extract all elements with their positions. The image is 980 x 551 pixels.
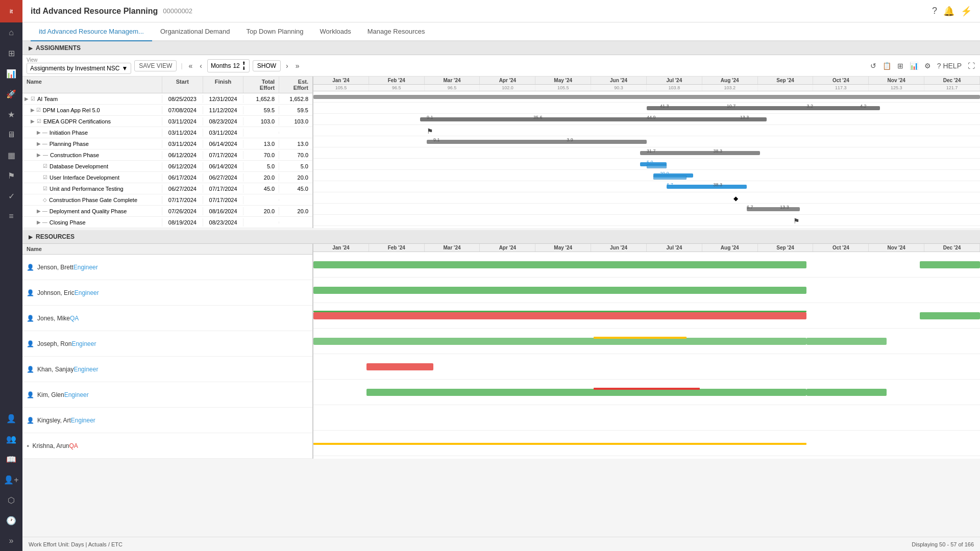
topbar: itd Advanced Resource Planning 00000002 … [22, 0, 980, 22]
nav-first[interactable]: « [187, 61, 195, 71]
resource-bar-green [313, 287, 806, 294]
resource-row: 👤 Johnson, Eric Engineer [22, 280, 312, 306]
resource-row: ● Krishna, Arun QA [22, 433, 312, 459]
gantt-bar-emea [420, 117, 767, 121]
power-icon[interactable]: ⚡ [961, 6, 972, 17]
settings-icon[interactable]: ⚙ [923, 61, 932, 71]
months-selector[interactable]: Months 12 ⬆⬇ [207, 59, 250, 72]
help-btn[interactable]: ? HELP [936, 61, 963, 71]
resource-month-header: Jan '24 Feb '24 Mar '24 Apr '24 May '24 … [313, 244, 980, 252]
assignments-toolbar: View Assignments by Investment NSC ▼ SAV… [22, 55, 980, 77]
assignments-title: ASSIGNMENTS [36, 44, 81, 52]
resource-bar-red [313, 312, 806, 319]
sidebar-group[interactable]: 👥 [0, 429, 22, 449]
nav-last[interactable]: » [293, 61, 302, 71]
show-button[interactable]: SHOW [253, 60, 281, 71]
resource-bar-row [313, 431, 980, 456]
resource-bar-row [313, 252, 980, 278]
th-start: Start [162, 77, 203, 93]
row-name: ▶ — Closing Phase [22, 218, 162, 227]
nav-next[interactable]: › [284, 61, 290, 71]
tab-top-down[interactable]: Top Down Planning [238, 22, 312, 41]
table-row: ▶ — Planning Phase 03/11/2024 06/14/2024… [22, 138, 312, 149]
resources-left-panel: Name 👤 Jenson, Brett Engineer 👤 Johnson,… [22, 244, 313, 459]
sidebar-person[interactable]: 👤 [0, 408, 22, 429]
app-logo[interactable]: it [0, 0, 22, 22]
tab-manage-resources[interactable]: Manage Resources [359, 22, 433, 41]
fullscreen-icon[interactable]: ⛶ [967, 61, 976, 71]
row-name: ☑ Database Development [22, 162, 162, 170]
resource-bar-green [313, 261, 806, 268]
footer: Work Effort Unit: Days | Actuals / ETC D… [22, 537, 980, 551]
sidebar-org[interactable]: ⬡ [0, 490, 22, 510]
table-row: ◇ Construction Phase Gate Complete 07/17… [22, 194, 312, 206]
row-name: ☑ Unit and Performance Testing [22, 185, 162, 193]
table-row: ▶— Construction Phase 06/12/2024 07/17/2… [22, 149, 312, 161]
resource-bar-green [806, 338, 887, 345]
resource-row: 👤 Jenson, Brett Engineer [22, 255, 312, 280]
resource-bar-row [313, 354, 980, 380]
resource-bar-green [313, 338, 806, 345]
sidebar-star[interactable]: ★ [0, 104, 22, 124]
sidebar-expand[interactable]: » [0, 531, 22, 551]
resources-header[interactable]: ▶ RESOURCES [22, 230, 980, 244]
row-name: ▶— Construction Phase [22, 151, 162, 159]
footer-right: Displaying 50 - 57 of 166 [912, 541, 974, 547]
table-row: ▶☑ AI Team 08/25/2023 12/31/2024 1,652.8… [22, 93, 312, 105]
resource-row: 👤 Kim, Glen Engineer [22, 382, 312, 408]
table-row: ☑ Unit and Performance Testing 06/27/202… [22, 183, 312, 194]
sidebar-grid[interactable]: ⊞ [0, 43, 22, 63]
resource-row: 👤 Joseph, Ron Engineer [22, 331, 312, 357]
sidebar-chart[interactable]: 📊 [0, 63, 22, 84]
gantt-bar-row: ◆ [313, 192, 980, 204]
th-total: Total Effort [243, 77, 279, 93]
chart-icon[interactable]: 📊 [909, 61, 919, 71]
resource-row: 👤 Jones, Mike QA [22, 306, 312, 331]
resource-bar-green [806, 389, 887, 396]
view-select[interactable]: Assignments by Investment NSC ▼ [27, 63, 131, 74]
resources-table-header: Name [22, 244, 312, 255]
resource-row: 👤 Kingsley, Art Engineer [22, 408, 312, 433]
months-up-down[interactable]: ⬆⬇ [242, 61, 246, 71]
months-label: Months [211, 62, 231, 69]
tab-advanced-resource[interactable]: itd Advanced Resource Managem... [31, 22, 152, 41]
sidebar-list[interactable]: ≡ [0, 206, 22, 227]
gantt-bar-planning [427, 140, 647, 144]
row-name: ◇ Construction Phase Gate Complete [22, 196, 162, 204]
sidebar-rocket[interactable]: 🚀 [0, 84, 22, 104]
nav-prev[interactable]: ‹ [198, 61, 204, 71]
gantt-bar-dpm [647, 106, 880, 110]
row-name: ▶☑ EMEA GDPR Certifications [22, 117, 162, 126]
gantt-bar-row: 6.7 13.3 [313, 204, 980, 215]
table-row: ▶ ☑ DPM Loan App Rel 5.0 07/08/2024 11/1… [22, 105, 312, 116]
page-title: itd Advanced Resource Planning [31, 7, 158, 16]
sidebar-book[interactable]: 📖 [0, 449, 22, 469]
sidebar-flag[interactable]: ⚑ [0, 165, 22, 186]
grid-icon[interactable]: ⊞ [896, 61, 904, 71]
assignments-container: ▶ ASSIGNMENTS View Assignments by Invest… [22, 41, 980, 228]
sidebar-home[interactable]: ⌂ [0, 22, 22, 43]
sidebar-person-plus[interactable]: 👤+ [0, 469, 22, 490]
sidebar-monitor[interactable]: 🖥 [0, 124, 22, 145]
resources-chevron: ▶ [29, 234, 33, 240]
assignments-header[interactable]: ▶ ASSIGNMENTS [22, 41, 980, 55]
notifications-icon[interactable]: 🔔 [943, 6, 954, 17]
tab-org-demand[interactable]: Organizational Demand [152, 22, 238, 41]
milestone-diamond: ◆ [733, 195, 738, 202]
refresh-icon[interactable]: ↺ [869, 61, 877, 71]
resource-bar-green [920, 261, 980, 268]
sidebar-bar-chart[interactable]: ▦ [0, 145, 22, 165]
gantt-bar-row: ⚑ [313, 215, 980, 226]
sidebar-check[interactable]: ✓ [0, 186, 22, 206]
help-icon[interactable]: ? [932, 6, 937, 16]
save-view-button[interactable]: SAVE VIEW [134, 60, 177, 71]
month-subrow: 105.5 96.5 96.5 102.0 105.5 90.3 103.8 1… [313, 85, 980, 91]
gantt-bar-row: 20.0 [313, 170, 980, 181]
sidebar-clock[interactable]: 🕐 [0, 510, 22, 531]
row-name: ▶ ☑ DPM Loan App Rel 5.0 [22, 106, 162, 114]
resources-right-panel: Jan '24 Feb '24 Mar '24 Apr '24 May '24 … [313, 244, 980, 459]
tab-workloads[interactable]: Workloads [312, 22, 359, 41]
copy-icon[interactable]: 📋 [881, 61, 892, 71]
gantt-right-panel: Jan '24 Feb '24 Mar '24 Apr '24 May '24 … [313, 77, 980, 228]
table-row: ▶ — Initiation Phase 03/11/2024 03/11/20… [22, 127, 312, 138]
